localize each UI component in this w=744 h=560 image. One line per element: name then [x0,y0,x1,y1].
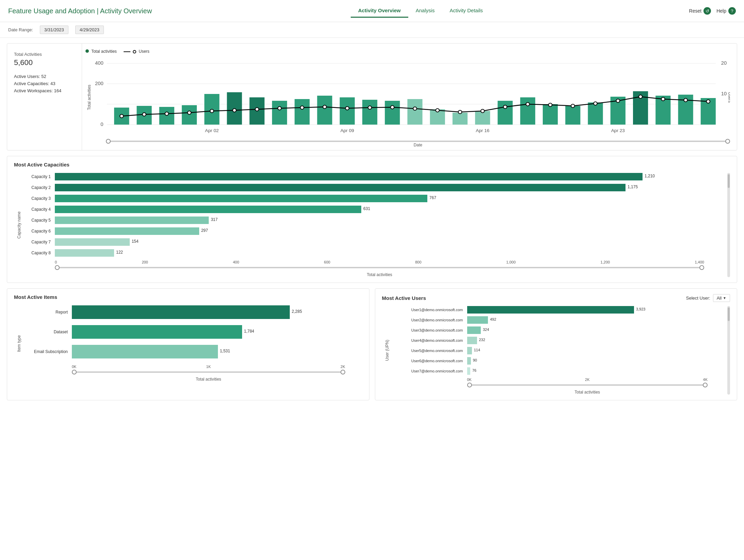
svg-point-63 [684,98,687,102]
x-tick: 200 [142,260,148,264]
user-bar-value: 90 [473,358,721,362]
scrollbar-thumb [728,174,730,188]
date-start-button[interactable]: 3/31/2023 [40,26,68,34]
svg-text:Apr 23: Apr 23 [611,128,625,133]
svg-text:Apr 02: Apr 02 [205,128,219,133]
user-bar-value: 3,923 [636,307,721,311]
user-label: User5@demo.onmicrosoft.com [392,349,467,353]
tab-activity-details[interactable]: Activity Details [442,4,491,18]
items-bars: Report 2,285 Dataset 1,784 Email Subscri… [24,305,362,382]
user-bar-row: User2@demo.onmicrosoft.com 492 [392,316,708,324]
bar-row: Capacity 6 297 [24,227,704,235]
chart-slider[interactable] [24,264,704,271]
user-bar-fill [467,316,488,324]
bar-value: 317 [211,217,719,222]
stats-panel: Total Activities 5,600 Active Users: 52 … [7,44,82,150]
legend-activities: Total activities [85,49,117,54]
slider-left[interactable] [72,370,77,374]
chart-legend: Total activities Users [85,49,730,54]
items-chart-container: Item type Report 2,285 Dataset 1,784 Ema… [14,305,362,382]
user-bar-value: 324 [483,327,721,332]
user-bar-row: User7@demo.onmicrosoft.com 76 [392,367,708,375]
capacity-bars: Capacity 1 1,210 Capacity 2 1,175 Capaci… [24,173,725,277]
select-user-dropdown[interactable]: All ▼ [713,294,730,302]
legend-line-users [124,51,130,52]
svg-point-64 [707,100,710,103]
items-bar-fill [72,305,290,319]
slider-right[interactable] [703,383,708,387]
items-slider[interactable] [24,369,345,375]
svg-point-57 [549,103,552,107]
bar-track: 297 [55,227,704,235]
nav-tabs: Activity Overview Analysis Activity Deta… [351,4,490,18]
svg-point-41 [188,111,191,114]
slider-left[interactable] [55,265,60,270]
svg-text:Apr 16: Apr 16 [476,128,489,133]
user-bar-track: 114 [467,347,708,354]
svg-point-43 [233,109,236,112]
bar-label: Capacity 4 [24,207,55,212]
svg-point-60 [616,99,620,102]
items-bar-row: Report 2,285 [24,305,345,319]
items-bar-track: 1,784 [72,325,345,339]
select-label: Select User: [686,295,710,301]
user-bar-track: 76 [467,367,708,375]
svg-rect-30 [543,104,558,125]
svg-text:200: 200 [95,81,104,86]
svg-point-56 [526,102,530,106]
bar-track: 317 [55,217,704,224]
active-users: Active Users: 52 [14,74,75,79]
top-chart-slider[interactable] [85,139,730,142]
svg-text:0: 0 [100,122,103,127]
tab-analysis[interactable]: Analysis [408,4,442,18]
x-tick: 0 [55,260,57,264]
user-bar-fill [467,357,471,365]
reset-button[interactable]: Reset ↺ [689,7,711,15]
user-bar-track: 324 [467,326,708,334]
users-slider[interactable] [392,382,708,388]
users-scrollbar[interactable] [727,306,730,395]
bar-label: Capacity 1 [24,174,55,179]
slider-right[interactable] [341,370,345,374]
date-end-button[interactable]: 4/29/2023 [75,26,104,34]
capacity-chart: Capacity name Capacity 1 1,210 Capacity … [14,173,730,277]
svg-text:Total activities: Total activities [86,85,91,110]
total-activities-label: Total Activities [14,52,75,57]
user-bar-track: 90 [467,357,708,365]
items-bar-label: Dataset [24,330,72,334]
svg-text:10: 10 [721,91,727,96]
bar-fill [55,173,643,180]
slider-left[interactable] [467,383,472,387]
slider-left-thumb[interactable] [106,139,111,144]
bar-fill [55,195,427,202]
bar-fill [55,249,114,257]
bar-fill [55,227,199,235]
legend-users: Users [124,49,149,54]
svg-point-38 [120,114,124,118]
user-bar-row: User1@demo.onmicrosoft.com 3,923 [392,306,708,314]
bar-value: 1,210 [645,174,719,178]
user-bar-track: 232 [467,337,708,344]
x-tick: 1,000 [506,260,516,264]
x-tick: 800 [415,260,421,264]
items-bar-fill [72,345,218,358]
capacity-scrollbar[interactable] [727,173,730,277]
top-chart-area: Total activities Users 4 [82,44,737,150]
items-bar-track: 1,531 [72,345,345,358]
active-workspaces: Active Workspaces: 164 [14,88,75,93]
capacity-y-axis-label: Capacity name [14,173,24,277]
total-activities-value: 5,600 [14,58,75,67]
items-bar-track: 2,285 [72,305,345,319]
tab-activity-overview[interactable]: Activity Overview [351,4,408,18]
svg-point-39 [142,113,146,116]
svg-point-59 [593,102,597,105]
user-bar-value: 114 [474,348,721,352]
help-button[interactable]: Help ? [716,7,736,15]
users-title: Most Active Users [382,295,426,301]
user-bar-row: User3@demo.onmicrosoft.com 324 [392,326,708,334]
slider-right-thumb[interactable] [725,139,730,144]
slider-right[interactable] [699,265,704,270]
top-chart-x-label: Date [85,143,730,147]
svg-text:20: 20 [721,60,727,66]
app-container: Feature Usage and Adoption | Activity Ov… [0,0,744,560]
